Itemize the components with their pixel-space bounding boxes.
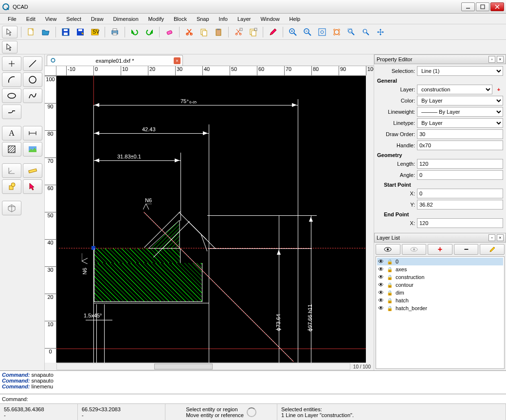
- new-file-icon[interactable]: [25, 26, 37, 38]
- save-as-icon[interactable]: [74, 26, 87, 38]
- eye-icon[interactable]: 👁: [378, 305, 385, 312]
- tab-example01[interactable]: example01.dxf * ×: [47, 55, 183, 66]
- menu-edit[interactable]: Edit: [21, 15, 40, 23]
- select-tool[interactable]: [23, 179, 42, 194]
- layer-row-dim[interactable]: 👁🔒dim: [377, 289, 503, 297]
- eye-icon[interactable]: 👁: [378, 297, 385, 304]
- layer-row-hatch-border[interactable]: 👁🔒hatch_border: [377, 304, 503, 312]
- zoom-out-icon[interactable]: [301, 26, 314, 38]
- linetype-dropdown[interactable]: By Layer: [417, 118, 503, 128]
- horizontal-scrollbar[interactable]: 10 / 100: [45, 363, 374, 370]
- layer-show-all-icon[interactable]: [376, 244, 400, 255]
- copy-ref-icon[interactable]: [247, 26, 259, 38]
- menu-dimension[interactable]: Dimension: [108, 15, 144, 23]
- cut-ref-icon[interactable]: [232, 26, 245, 38]
- drawing-area[interactable]: -10 0 10 20 30 40 50 60 70 80 90 100 10: [45, 66, 374, 370]
- layer-row-contour[interactable]: 👁🔒contour: [377, 281, 503, 289]
- zoom-selection-icon[interactable]: [330, 26, 343, 38]
- add-layer-icon[interactable]: +: [494, 87, 503, 92]
- minimize-button[interactable]: [461, 2, 475, 11]
- handle-input[interactable]: [417, 140, 503, 150]
- lock-icon[interactable]: 🔒: [387, 306, 394, 311]
- length-input[interactable]: [417, 159, 503, 169]
- block-tool[interactable]: [2, 179, 21, 194]
- pan-icon[interactable]: [374, 26, 387, 38]
- eye-icon[interactable]: 👁: [378, 266, 385, 273]
- layer-row-0[interactable]: 👁🔒0: [377, 258, 503, 265]
- drawing-canvas[interactable]: 75⁺₀.₀₅ 42.43 31.83±0.1 N6 N6 1.5x45°: [56, 76, 366, 363]
- measure-angle-tool[interactable]: [2, 163, 21, 178]
- lock-icon[interactable]: 🔒: [387, 282, 394, 288]
- pencil-icon[interactable]: [267, 26, 279, 38]
- copy-icon[interactable]: [198, 26, 210, 38]
- menu-snap[interactable]: Snap: [192, 15, 214, 23]
- lock-icon[interactable]: 🔒: [387, 259, 394, 264]
- lock-icon[interactable]: 🔒: [387, 275, 394, 280]
- redo-icon[interactable]: [143, 26, 156, 38]
- end-x-input[interactable]: [417, 218, 503, 228]
- layer-row-axes[interactable]: 👁🔒axes: [377, 265, 503, 273]
- start-y-input[interactable]: [417, 200, 503, 210]
- layer-edit-icon[interactable]: [480, 244, 505, 255]
- lock-icon[interactable]: 🔒: [387, 267, 394, 272]
- zoom-previous-icon[interactable]: [360, 26, 372, 38]
- eye-icon[interactable]: 👁: [378, 289, 385, 296]
- text-tool[interactable]: A: [2, 126, 21, 140]
- cut-icon[interactable]: [183, 26, 196, 38]
- menu-layer[interactable]: Layer: [233, 15, 256, 23]
- menu-select[interactable]: Select: [61, 15, 86, 23]
- hatch-tool[interactable]: [2, 142, 21, 157]
- selection-dropdown[interactable]: Line (1): [417, 66, 503, 76]
- lineweight-dropdown[interactable]: ——— By Layer: [417, 107, 503, 117]
- layer-remove-icon[interactable]: −: [454, 244, 479, 255]
- menu-file[interactable]: File: [3, 15, 21, 23]
- erase-icon[interactable]: [163, 26, 176, 38]
- start-x-input[interactable]: [417, 189, 503, 198]
- line-tool[interactable]: [23, 56, 42, 71]
- zoom-fit-icon[interactable]: [316, 26, 328, 38]
- lock-icon[interactable]: 🔒: [387, 298, 394, 303]
- undo-icon[interactable]: [128, 26, 141, 38]
- image-tool[interactable]: [23, 142, 42, 157]
- menu-info[interactable]: Info: [214, 15, 233, 23]
- print-icon[interactable]: [108, 26, 121, 38]
- command-input[interactable]: [28, 395, 504, 403]
- zoom-window-icon[interactable]: [345, 26, 358, 38]
- panel-undock-icon[interactable]: ▫: [488, 56, 495, 63]
- circle-tool[interactable]: [23, 72, 42, 87]
- menu-help[interactable]: Help: [285, 15, 306, 23]
- color-dropdown[interactable]: By Layer: [417, 96, 503, 105]
- pointer-back-tool[interactable]: [2, 41, 18, 53]
- layer-add-icon[interactable]: +: [428, 244, 452, 255]
- pointer-tool[interactable]: [2, 26, 18, 38]
- spline-tool[interactable]: [23, 88, 42, 103]
- zoom-in-icon[interactable]: [287, 26, 299, 38]
- polyline-tool[interactable]: [2, 105, 21, 119]
- ellipse-tool[interactable]: [2, 88, 21, 103]
- angle-input[interactable]: [417, 170, 503, 180]
- panel-close-icon[interactable]: ×: [497, 56, 504, 63]
- layer-hide-all-icon[interactable]: [402, 244, 427, 255]
- menu-modify[interactable]: Modify: [144, 15, 169, 23]
- eye-icon[interactable]: 👁: [378, 274, 385, 280]
- layer-row-construction[interactable]: 👁🔒construction: [377, 273, 503, 281]
- vertical-scrollbar[interactable]: [366, 76, 374, 363]
- menu-block[interactable]: Block: [169, 15, 192, 23]
- menu-view[interactable]: View: [40, 15, 62, 23]
- lock-icon[interactable]: 🔒: [387, 290, 394, 296]
- draworder-input[interactable]: [417, 129, 503, 139]
- tab-close-icon[interactable]: ×: [174, 57, 181, 64]
- layer-row-hatch[interactable]: 👁🔒hatch: [377, 297, 503, 304]
- close-button[interactable]: [490, 2, 504, 11]
- paste-icon[interactable]: [212, 26, 225, 38]
- panel-undock-icon[interactable]: ▫: [488, 234, 495, 241]
- iso-tool[interactable]: [2, 201, 21, 215]
- menu-window[interactable]: Window: [255, 15, 284, 23]
- point-tool[interactable]: [2, 56, 21, 71]
- measure-dist-tool[interactable]: [23, 163, 42, 178]
- save-icon[interactable]: [59, 26, 72, 38]
- layer-dropdown[interactable]: construction: [417, 85, 492, 94]
- arc-tool[interactable]: [2, 72, 21, 87]
- eye-icon[interactable]: 👁: [378, 258, 385, 265]
- eye-icon[interactable]: 👁: [378, 281, 385, 288]
